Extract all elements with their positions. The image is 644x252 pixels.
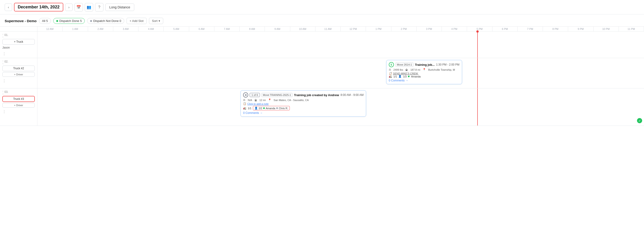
crew-2614-dot (408, 76, 410, 77)
job-2614-location: Burtchville Township, M (428, 68, 455, 71)
calendar-button[interactable]: 📅 (74, 3, 83, 11)
dispatch-not-done-badge[interactable]: Dispatch Not Done 0 (87, 18, 124, 24)
dispatch-not-done-label: Dispatch Not Done 0 (93, 19, 121, 23)
people-icon-2: 👤 (254, 107, 258, 110)
dispatch-done-label: Dispatch Done 5 (59, 19, 82, 23)
time-cell-22: 10 PM (594, 27, 619, 31)
row2-more-button[interactable]: ⋮ (2, 79, 35, 83)
time-cell-16: 4 PM (442, 27, 467, 31)
people-icon-crew: 👤 (398, 75, 402, 78)
time-cell-21: 9 PM (568, 27, 593, 31)
job-card-2614[interactable]: $ Move 2614-1 Training job... 1:30 PM - … (386, 60, 462, 84)
sort-label: Sort (152, 19, 158, 23)
time-cell-5: 5 AM (164, 27, 189, 31)
job-2614-crew-people: 1/3 (403, 75, 406, 78)
row-label-3: ↑ ↓ 03. Truck #3 + Driver ⋮ (0, 88, 37, 126)
row2-add-driver-button[interactable]: + Driver (2, 72, 35, 77)
job-card-training-2625[interactable]: ⚙ 1 of 6 Move TRAINING-2625-1 Training j… (240, 90, 366, 117)
sort-button[interactable]: Sort ▾ (149, 18, 163, 24)
job-2614-miles: 187.8 mi (410, 68, 420, 71)
crew-training-lead-dot (263, 107, 265, 109)
time-cells: 12 AM1 AM2 AM3 AM4 AM5 AM6 AM7 AM8 AM9 A… (37, 27, 644, 31)
row1-add-truck-button[interactable]: + Truck (2, 39, 35, 44)
job-2614-comments[interactable]: 0 Comments → (389, 79, 460, 82)
toolbar: Supermove - Demo All 5 Dispatch Done 5 D… (0, 14, 644, 26)
job-training-miles: 12 mi (260, 99, 266, 101)
schedule-container: 12 AM1 AM2 AM3 AM4 AM5 AM6 AM7 AM8 AM9 A… (0, 26, 644, 126)
time-cell-17: 5 PM (467, 27, 492, 31)
job-2614-title: Training job... (415, 63, 435, 66)
time-cell-0: 12 AM (37, 27, 62, 31)
job-2614-note-text: SEND MIKE'S CREW. (393, 72, 418, 75)
job-2614-crew: 🚛 1/1 👤 1/3 Amanda (389, 75, 460, 78)
pin-icon: 📍 (423, 68, 426, 71)
calendar-icon: 📅 (76, 5, 81, 9)
job-training-note-link[interactable]: Click to add a note (247, 102, 268, 105)
job-training-note: 📋 Click to add a note (243, 102, 364, 105)
row3-number: 03. (4, 90, 8, 94)
job-2614-send-note: 📋 SEND MIKE'S CREW. (389, 72, 460, 75)
crew-training-highlight: 👤 2/2 Amanda Chris R. (253, 106, 290, 110)
row2-down-icon[interactable]: ↓ (2, 62, 4, 65)
time-cell-23: 11 PM (619, 27, 644, 31)
all-badge[interactable]: All 5 (39, 18, 51, 24)
schedule-row-3: ↑ ↓ 03. Truck #3 + Driver ⋮ ⚙ 1 of 6 Mov… (0, 88, 644, 126)
job-training-weight: N/A (248, 99, 252, 101)
dispatch-done-badge[interactable]: Dispatch Done 5 (53, 18, 85, 24)
job-2614-move-tag: Move 2614-1 (395, 62, 414, 67)
job-2614-weight: 2499 lbs (394, 68, 403, 71)
row2-truck-button[interactable]: Truck #2 (2, 66, 35, 71)
people-button[interactable]: 👥 (85, 3, 93, 11)
time-cell-19: 7 PM (518, 27, 543, 31)
schedule-row-1: ↑ ↓ 01. + Truck Jason ⋮ (0, 31, 644, 58)
row3-timeline: ⚙ 1 of 6 Move TRAINING-2625-1 Training j… (37, 88, 644, 126)
pin-icon-2: 📍 (268, 98, 271, 101)
job-training-checkmark: ✓ (637, 118, 642, 123)
job-training-crew-second: Chris R. (279, 107, 288, 110)
add-slot-button[interactable]: + Add Slot (126, 18, 147, 24)
clipboard-icon-2: 📋 (243, 102, 246, 105)
row3-truck-button[interactable]: Truck #3 (2, 96, 35, 102)
time-cell-11: 11 AM (316, 27, 341, 31)
time-cell-13: 1 PM (366, 27, 391, 31)
time-cell-10: 10 AM (290, 27, 316, 31)
time-cell-1: 1 AM (62, 27, 88, 31)
dispatch-not-done-dot (90, 20, 92, 22)
truck-icon-2: 🚛 (243, 107, 246, 110)
header: ‹ December 14th, 2022 › 📅 👥 ? Long Dista… (0, 0, 644, 14)
time-cell-15: 3 PM (416, 27, 442, 31)
time-cell-4: 4 AM (138, 27, 164, 31)
job-training-meta: ⚖ N/A 🛣 12 mi 📍 San Mateo, CA - Sausalit… (243, 98, 364, 101)
long-distance-button[interactable]: Long Distance (105, 3, 134, 11)
next-date-button[interactable]: › (65, 3, 72, 11)
job-2614-header: $ Move 2614-1 Training job... 1:30 PM - … (389, 62, 460, 67)
time-cell-18: 6 PM (492, 27, 518, 31)
people-icon: 👥 (87, 5, 91, 9)
job-training-crew-trucks: 1/1 (248, 107, 251, 110)
job-training-location: San Mateo, CA - Sausalito, CA (274, 99, 309, 101)
time-cell-9: 9 AM (265, 27, 290, 31)
dispatch-done-dot (56, 20, 58, 22)
row1-down-icon[interactable]: ↓ (2, 36, 4, 38)
road-icon-2: 🛣 (254, 99, 257, 101)
time-cell-8: 8 AM (240, 27, 265, 31)
row1-more-button[interactable]: ⋮ (2, 51, 35, 56)
time-cell-12: 12 PM (341, 27, 366, 31)
prev-date-button[interactable]: ‹ (5, 3, 12, 11)
job-training-time: 8:00 AM - 9:00 AM (340, 93, 364, 97)
job-training-crew: 🚛 1/1 👤 2/2 Amanda Chris R. (243, 106, 364, 110)
job-training-badge: ⚙ (243, 92, 248, 98)
row-label-header (0, 27, 37, 31)
help-button[interactable]: ? (95, 3, 104, 11)
job-training-comments[interactable]: 0 Comments → (243, 111, 364, 115)
job-training-move-tag: Move TRAINING-2625-1 (261, 93, 292, 97)
time-header: 12 AM1 AM2 AM3 AM4 AM5 AM6 AM7 AM8 AM9 A… (0, 26, 644, 31)
row3-more-button[interactable]: ⋮ (2, 109, 35, 114)
row3-add-driver-button[interactable]: + Driver (2, 103, 35, 108)
job-training-crew-lead: Amanda (266, 107, 275, 110)
current-date: December 14th, 2022 (14, 3, 63, 11)
row1-driver-name: Jason (2, 45, 35, 50)
row3-down-icon[interactable]: ↓ (2, 93, 4, 95)
row2-timeline: $ Move 2614-1 Training job... 1:30 PM - … (37, 58, 644, 88)
crew-training-second-dot (276, 107, 278, 109)
